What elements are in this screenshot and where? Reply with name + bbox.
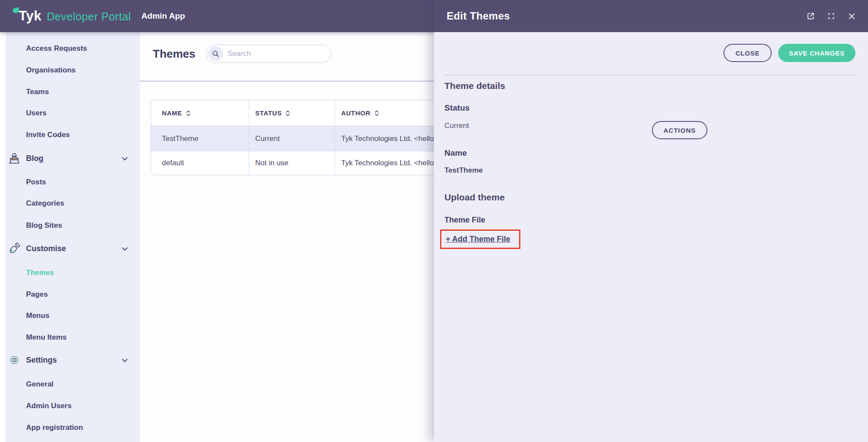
- edit-themes-drawer: Edit Themes: [434, 0, 868, 442]
- save-changes-button[interactable]: SAVE CHANGES: [778, 44, 855, 62]
- page-title: Themes: [153, 47, 195, 60]
- search-icon: [208, 46, 223, 61]
- blogger-icon: [8, 152, 21, 165]
- sidebar-item-blog-sites[interactable]: Blog Sites: [26, 220, 62, 231]
- cell-name: TestTheme: [151, 126, 249, 151]
- close-button[interactable]: CLOSE: [723, 44, 772, 62]
- sidebar-item-access-requests[interactable]: Access Requests: [26, 43, 87, 54]
- theme-file-label: Theme File: [444, 216, 485, 225]
- brand-name: Tyk: [19, 8, 42, 24]
- column-header-label: NAME: [162, 109, 182, 117]
- sidebar-item-general[interactable]: General: [26, 379, 53, 390]
- click-highlight-box: + Add Theme File: [440, 229, 520, 249]
- drawer-header-icons: [806, 0, 856, 32]
- actions-button[interactable]: ACTIONS: [652, 121, 707, 139]
- status-value: Current: [444, 121, 469, 130]
- tyk-developer-portal-page: Tyk Developer Portal Admin App Access Re…: [0, 0, 868, 442]
- sidebar-item-settings[interactable]: Settings: [26, 355, 57, 365]
- sidebar-item-organisations[interactable]: Organisations: [26, 65, 76, 75]
- sidebar-item-users[interactable]: Users: [26, 108, 46, 118]
- product-name: Developer Portal: [47, 10, 131, 23]
- column-header-status[interactable]: STATUS: [249, 100, 335, 126]
- sidebar-item-invite-codes[interactable]: Invite Codes: [26, 130, 70, 140]
- sidebar-item-posts[interactable]: Posts: [26, 177, 46, 187]
- upload-theme-heading: Upload theme: [444, 192, 505, 203]
- sort-icon: [286, 110, 290, 117]
- cell-status: Current: [249, 126, 335, 151]
- app-label: Admin App: [141, 11, 185, 21]
- name-value: TestTheme: [444, 166, 483, 175]
- sidebar-item-categories[interactable]: Categories: [26, 198, 64, 209]
- column-header-name[interactable]: NAME: [151, 100, 249, 126]
- status-label: Status: [444, 103, 470, 113]
- sidebar-item-customise[interactable]: Customise: [26, 243, 66, 254]
- cell-name: default: [151, 151, 249, 175]
- sort-icon: [375, 110, 379, 117]
- external-link-icon[interactable]: [806, 12, 815, 20]
- drawer-header: Edit Themes: [434, 0, 868, 32]
- search-box[interactable]: [206, 45, 331, 63]
- column-header-label: AUTHOR: [341, 109, 371, 117]
- paintbrush-icon: [8, 242, 21, 255]
- expand-icon[interactable]: [827, 12, 835, 20]
- name-label: Name: [444, 148, 467, 158]
- sidebar-item-themes[interactable]: Themes: [26, 268, 54, 278]
- sidebar-item-teams[interactable]: Teams: [26, 87, 49, 97]
- drawer-divider: [444, 75, 858, 75]
- cell-status: Not in use: [249, 151, 335, 175]
- sidebar-nav: Access Requests Organisations Teams User…: [6, 32, 140, 442]
- chevron-down-icon[interactable]: [122, 359, 128, 362]
- close-icon[interactable]: [847, 12, 856, 20]
- drawer-title: Edit Themes: [447, 10, 510, 22]
- chevron-down-icon[interactable]: [122, 157, 128, 160]
- sort-icon: [186, 110, 191, 117]
- chevron-down-icon[interactable]: [122, 247, 128, 251]
- sidebar-item-admin-users[interactable]: Admin Users: [26, 401, 72, 411]
- column-header-label: STATUS: [255, 109, 282, 117]
- tyk-logo: Tyk Developer Portal: [19, 8, 131, 24]
- sidebar-item-pages[interactable]: Pages: [26, 289, 48, 300]
- theme-details-heading: Theme details: [444, 81, 505, 91]
- sidebar-item-blog[interactable]: Blog: [26, 153, 43, 164]
- gear-icon: [8, 354, 21, 367]
- sidebar-item-menu-items[interactable]: Menu Items: [26, 332, 67, 343]
- sidebar-item-app-registration[interactable]: App registration: [26, 422, 83, 433]
- add-theme-file-link[interactable]: + Add Theme File: [446, 235, 510, 244]
- search-input[interactable]: [227, 46, 325, 62]
- sidebar-item-menus[interactable]: Menus: [26, 311, 49, 321]
